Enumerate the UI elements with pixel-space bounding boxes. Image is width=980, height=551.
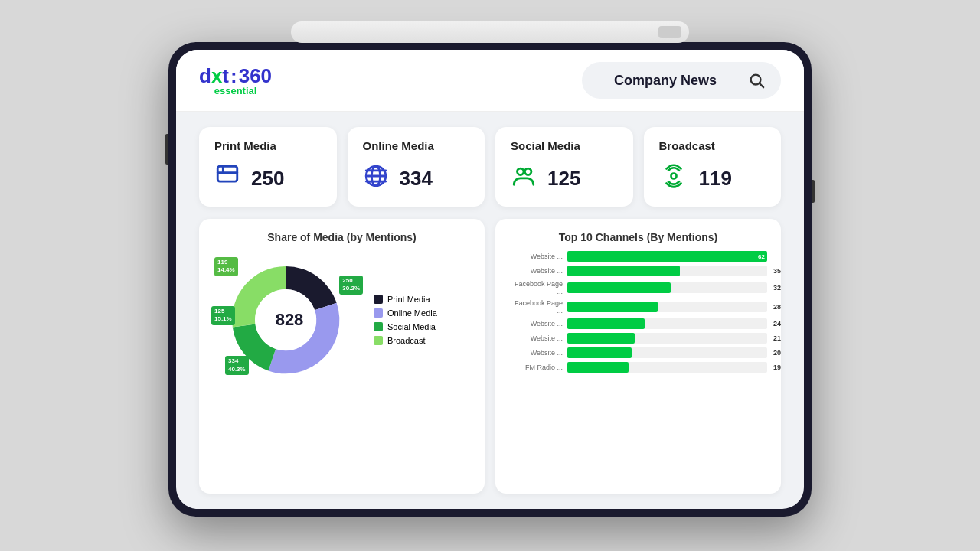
bar-fill-2: [567, 282, 671, 293]
bar-value-4: 24: [773, 320, 781, 328]
bar-track-3: 28: [567, 302, 767, 312]
search-bar[interactable]: Company News: [582, 62, 781, 99]
stat-title-print: Print Media: [214, 139, 322, 152]
legend-dot-broadcast: [374, 336, 383, 345]
bar-chart-card: Top 10 Channels (By Mentions) Website ..…: [495, 219, 781, 494]
online-media-icon: [363, 163, 389, 194]
bar-label-7: FM Radio ...: [509, 364, 563, 371]
donut-center-value: 828: [276, 310, 304, 330]
bar-fill-6: [567, 347, 632, 358]
stat-title-social: Social Media: [511, 139, 618, 152]
bar-track-0: 62: [567, 251, 767, 262]
stat-value-print: 250: [251, 167, 284, 191]
donut-chart-card: Share of Media (by Mentions): [199, 219, 485, 494]
bar-track-5: 21: [567, 333, 767, 344]
bar-row-0: Website ...62: [509, 251, 767, 262]
bar-fill-1: [567, 266, 680, 276]
bar-label-6: Website ...: [509, 349, 563, 357]
main-content: Print Media 250: [176, 112, 804, 509]
legend-dot-print: [374, 295, 383, 304]
bar-track-4: 24: [567, 318, 767, 329]
app-header: d x t : 360 essential Company News: [176, 50, 804, 112]
bar-value-3: 28: [773, 303, 781, 311]
label-online: 33440.3%: [225, 356, 249, 375]
scene: d x t : 360 essential Company News: [0, 0, 980, 551]
bar-value-7: 19: [773, 364, 781, 371]
bar-row-1: Website ...35: [509, 266, 767, 276]
legend-label-print: Print Media: [387, 295, 430, 304]
bar-row-4: Website ...24: [509, 318, 767, 329]
tablet-device: d x t : 360 essential Company News: [168, 42, 812, 517]
bar-label-2: Facebook Page ...: [509, 280, 563, 295]
legend-label-broadcast: Broadcast: [387, 336, 426, 345]
tablet-screen: d x t : 360 essential Company News: [176, 50, 804, 509]
stat-value-broadcast: 119: [699, 167, 732, 191]
stat-title-broadcast: Broadcast: [659, 139, 766, 152]
bar-label-4: Website ...: [509, 320, 563, 328]
bar-label-0: Website ...: [509, 253, 563, 260]
bar-chart: Website ...62Website ...35Facebook Page …: [509, 251, 767, 373]
donut-legend: Print Media Online Media Social Media: [374, 295, 437, 345]
bar-label-1: Website ...: [509, 267, 563, 275]
stat-card-social: Social Media 125: [495, 127, 633, 207]
bar-label-3: Facebook Page ...: [509, 299, 563, 315]
print-media-icon: [214, 163, 240, 194]
stat-card-online: Online Media 3: [348, 127, 485, 207]
stat-value-online: 334: [400, 167, 433, 191]
bar-track-6: 20: [567, 347, 767, 358]
legend-social: Social Media: [374, 322, 437, 331]
bar-row-6: Website ...20: [509, 347, 767, 358]
stat-card-print: Print Media 250: [199, 127, 337, 207]
bar-fill-7: [567, 362, 629, 373]
broadcast-icon: [659, 163, 688, 194]
bar-row-7: FM Radio ...19: [509, 362, 767, 373]
legend-dot-social: [374, 322, 383, 331]
stat-card-broadcast: Broadcast 119: [644, 127, 782, 207]
svg-point-11: [524, 168, 531, 175]
bar-chart-title: Top 10 Channels (By Mentions): [509, 231, 767, 243]
bar-track-1: 35: [567, 266, 767, 276]
bar-row-5: Website ...21: [509, 333, 767, 344]
bar-fill-4: [567, 318, 645, 329]
bar-value-6: 20: [773, 349, 781, 357]
label-print: 25030.2%: [339, 276, 363, 295]
bar-row-3: Facebook Page ...28: [509, 299, 767, 315]
bar-track-2: 32: [567, 282, 767, 293]
legend-broadcast: Broadcast: [374, 336, 437, 345]
bar-track-7: 19: [567, 362, 767, 373]
stat-title-online: Online Media: [363, 139, 470, 152]
charts-row: Share of Media (by Mentions): [199, 219, 781, 494]
bar-value-1: 35: [773, 267, 781, 275]
bar-fill-0: 62: [567, 251, 767, 262]
svg-line-1: [760, 83, 763, 87]
donut-svg-wrapper: 828 11914.4% 12515.1% 25030.2% 33440.3%: [213, 251, 366, 389]
search-value: Company News: [594, 73, 737, 89]
search-icon[interactable]: [744, 68, 769, 93]
donut-chart-title: Share of Media (by Mentions): [213, 231, 471, 243]
svg-point-10: [518, 168, 524, 175]
legend-label-online: Online Media: [387, 308, 437, 318]
tablet-button: [812, 180, 815, 203]
social-media-icon: [511, 163, 537, 194]
bar-fill-5: [567, 333, 635, 344]
app-logo: d x t : 360 essential: [199, 64, 272, 96]
bar-fill-3: [567, 302, 658, 312]
donut-container: 828 11914.4% 12515.1% 25030.2% 33440.3%: [213, 251, 471, 389]
bar-value-5: 21: [773, 334, 781, 342]
legend-dot-online: [374, 308, 383, 318]
bar-value-2: 32: [773, 284, 781, 292]
legend-print: Print Media: [374, 295, 437, 304]
legend-online: Online Media: [374, 308, 437, 318]
label-broadcast: 11914.4%: [214, 257, 238, 276]
bar-row-2: Facebook Page ...32: [509, 280, 767, 295]
stylus-pencil: [291, 21, 689, 43]
bar-value-inside-0: 62: [758, 253, 765, 260]
svg-point-12: [671, 173, 676, 178]
logo-essential-label: essential: [199, 85, 272, 96]
bar-label-5: Website ...: [509, 334, 563, 342]
legend-label-social: Social Media: [387, 322, 436, 331]
stats-row: Print Media 250: [199, 127, 781, 207]
stat-value-social: 125: [547, 167, 580, 191]
label-social: 12515.1%: [211, 306, 235, 325]
